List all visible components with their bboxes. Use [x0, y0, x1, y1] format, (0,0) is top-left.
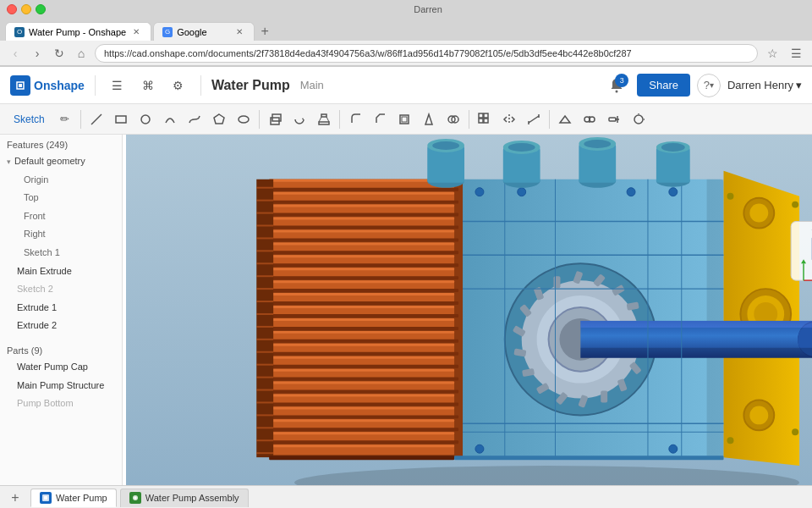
toolbar-draft-btn[interactable]	[417, 108, 441, 131]
reload-button[interactable]: ↻	[51, 45, 68, 62]
doc-title: Water Pump	[211, 78, 290, 93]
loft-icon	[317, 113, 331, 126]
sidebar-item-top[interactable]: Top	[0, 189, 122, 207]
boolean-icon	[447, 113, 460, 126]
toolbar-render-btn[interactable]	[627, 108, 650, 131]
3d-viewport[interactable]: Back X Y	[126, 135, 812, 485]
toolbar-measure-btn[interactable]	[522, 108, 546, 131]
sidebar-item-water-pump-cap[interactable]: Water Pump Cap	[0, 358, 122, 377]
toolbar-arc-btn[interactable]	[158, 108, 182, 131]
toolbar-circle-btn[interactable]	[134, 108, 157, 131]
toolbar-mirror-btn[interactable]	[497, 108, 521, 131]
svg-rect-118	[269, 268, 454, 270]
svg-point-220	[134, 497, 136, 500]
svg-rect-116	[265, 263, 458, 267]
toolbar-mate-btn[interactable]	[578, 108, 601, 131]
header-sep-1	[95, 75, 96, 96]
toolbar-shell-btn[interactable]	[392, 108, 416, 131]
user-name-button[interactable]: Darren Henry ▾	[727, 79, 802, 91]
default-geometry-group[interactable]: ▾ Default geometry	[0, 152, 122, 171]
svg-point-4	[141, 115, 150, 124]
doc-workspace: Main	[300, 79, 324, 91]
toolbar-loft-btn[interactable]	[312, 108, 336, 131]
toolbar-polygon-btn[interactable]	[207, 108, 231, 131]
bottom-tab-assembly[interactable]: Water Pump Assembly	[120, 489, 249, 507]
sidebar-item-sketch1[interactable]: Sketch 1	[0, 244, 122, 262]
tab-close-google[interactable]: ✕	[233, 26, 245, 38]
browser-tab-google[interactable]: G Google ✕	[153, 22, 255, 41]
help-icon: ?	[704, 79, 710, 91]
toolbar-fillet-btn[interactable]	[343, 108, 367, 131]
add-tab-button[interactable]: +	[7, 489, 24, 506]
notification-button[interactable]: 3	[603, 72, 630, 99]
toolbar-rect-btn[interactable]	[109, 108, 133, 131]
app-header: Onshape ☰ ⌘ ⚙ Water Pump Main 3 Share ? …	[0, 67, 812, 104]
svg-rect-154	[269, 419, 454, 422]
svg-rect-19	[479, 113, 483, 118]
toolbar-spline-btn[interactable]	[183, 108, 206, 131]
sidebar-item-pump-bottom[interactable]: Pump Bottom	[0, 395, 122, 413]
svg-rect-110	[265, 238, 458, 241]
svg-point-50	[792, 428, 798, 435]
sidebar-item-main-extrude[interactable]: Main Extrude	[0, 262, 122, 281]
sidebar-item-right[interactable]: Right	[0, 225, 122, 244]
toolbar-mode-button[interactable]: Sketch	[7, 110, 52, 129]
sidebar-item-sketch2[interactable]: Sketch 2	[0, 280, 122, 299]
sidebar-item-front[interactable]: Front	[0, 207, 122, 226]
close-window-button[interactable]	[7, 4, 17, 14]
forward-button[interactable]: ›	[29, 45, 46, 62]
svg-point-25	[584, 117, 590, 122]
bottom-bar: + Water Pump Water Pump Assembly	[0, 485, 812, 508]
svg-rect-160	[269, 444, 454, 447]
svg-rect-14	[402, 117, 407, 122]
svg-rect-157	[269, 432, 454, 434]
sidebar-item-main-pump-structure[interactable]: Main Pump Structure	[0, 377, 122, 395]
svg-point-49	[792, 202, 798, 208]
feature-tree-sidebar: Features (249) ▾ Default geometry Origin…	[0, 135, 123, 485]
bookmark-icon[interactable]: ☆	[763, 44, 782, 63]
svg-point-90	[518, 188, 526, 196]
toolbar-revolve-btn[interactable]	[288, 108, 311, 131]
svg-point-176	[661, 143, 685, 152]
sidebar-item-extrude2[interactable]: Extrude 2	[0, 317, 122, 335]
toolbar-pattern-btn[interactable]	[473, 108, 497, 131]
maximize-window-button[interactable]	[36, 4, 46, 14]
render-icon	[632, 113, 645, 126]
new-tab-button[interactable]: +	[256, 22, 273, 41]
toolbar-chamfer-btn[interactable]	[368, 108, 392, 131]
home-button[interactable]: ⌂	[73, 45, 90, 62]
toolbar-sep-4	[469, 110, 469, 129]
minimize-window-button[interactable]	[21, 4, 31, 14]
svg-rect-54	[554, 276, 561, 288]
help-button[interactable]: ? ▾	[697, 74, 721, 97]
back-button[interactable]: ‹	[7, 45, 24, 62]
toolbar-plane-btn[interactable]	[553, 108, 577, 131]
address-input[interactable]	[95, 44, 758, 63]
svg-point-91	[627, 188, 635, 196]
hamburger-menu-button[interactable]: ☰	[106, 74, 129, 97]
bottom-tab-water-pump[interactable]: Water Pump	[30, 489, 117, 507]
mirror-icon	[502, 113, 516, 126]
toolbar-assign-btn[interactable]	[602, 108, 626, 131]
search-button[interactable]: ⚙	[167, 74, 190, 97]
onshape-logo[interactable]: Onshape	[10, 75, 85, 96]
toolbar-extrude-btn[interactable]	[263, 108, 287, 131]
browser-tab-onshape[interactable]: O Water Pump - Onshape ✕	[5, 22, 151, 41]
toolbar-group-2	[263, 108, 336, 131]
share-button[interactable]: Share	[637, 74, 690, 97]
recent-docs-button[interactable]: ⌘	[136, 74, 160, 97]
toolbar-line-btn[interactable]	[85, 108, 108, 131]
browser-chrome: Darren O Water Pump - Onshape ✕ G Google…	[0, 0, 812, 67]
svg-rect-134	[265, 340, 458, 343]
toolbar-boolean-btn[interactable]	[442, 108, 465, 131]
sketch-pencil-button[interactable]: ✏	[53, 108, 77, 131]
shell-icon	[398, 113, 411, 126]
svg-rect-3	[116, 116, 126, 123]
browser-menu-icon[interactable]: ☰	[787, 44, 805, 63]
sidebar-item-origin[interactable]: Origin	[0, 171, 122, 190]
help-chevron: ▾	[710, 80, 714, 90]
sidebar-item-extrude1[interactable]: Extrude 1	[0, 299, 122, 318]
toolbar-ellipse-btn[interactable]	[232, 108, 255, 131]
svg-rect-139	[269, 356, 454, 359]
tab-close-onshape[interactable]: ✕	[130, 26, 142, 38]
